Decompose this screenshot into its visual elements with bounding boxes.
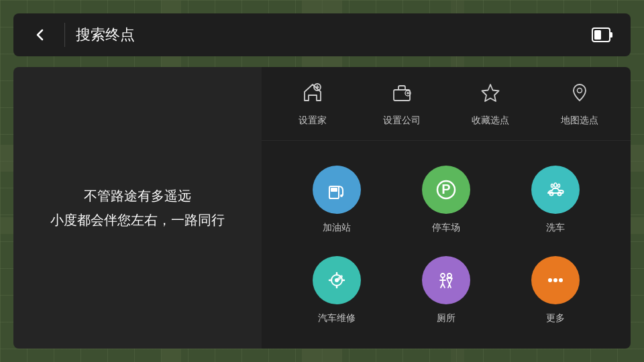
svg-point-23: [558, 184, 560, 187]
shortcut-set-home[interactable]: 设置家: [268, 80, 358, 127]
parking-circle: P: [422, 166, 470, 214]
poi-gas-station[interactable]: 加油站: [282, 154, 391, 245]
poi-grid: 加油站 P 停车场: [262, 141, 631, 349]
poi-more-label: 更多: [546, 312, 565, 324]
svg-rect-2: [594, 30, 601, 40]
svg-point-21: [554, 183, 557, 187]
right-panel: 设置家 设置公司: [262, 67, 631, 349]
battery-icon: [588, 20, 617, 50]
poi-car-wash[interactable]: 洗车: [501, 154, 610, 245]
poi-gas-station-label: 加油站: [323, 222, 351, 234]
main-panel: 不管路途有多遥远 小度都会伴您左右，一路同行 设置家: [13, 67, 631, 349]
shortcut-map-pick[interactable]: 地图选点: [535, 80, 625, 127]
more-circle: [531, 256, 580, 304]
shortcut-map-pick-label: 地图选点: [561, 115, 598, 127]
svg-point-40: [559, 278, 563, 282]
car-repair-circle: [313, 256, 361, 304]
poi-car-repair[interactable]: 汽车维修: [282, 245, 391, 335]
svg-line-34: [443, 284, 445, 288]
shortcut-favorites-label: 收藏选点: [472, 115, 509, 127]
poi-restroom-label: 厕所: [437, 312, 455, 324]
svg-rect-13: [331, 188, 337, 192]
svg-point-39: [553, 278, 557, 282]
restroom-circle: [422, 256, 470, 304]
poi-more[interactable]: 更多: [501, 245, 610, 335]
svg-point-15: [340, 194, 343, 197]
promo-line1: 不管路途有多遥远: [50, 184, 225, 208]
poi-parking-label: 停车场: [432, 222, 460, 234]
home-icon: [301, 80, 325, 108]
svg-marker-10: [482, 84, 499, 101]
promo-text: 不管路途有多遥远 小度都会伴您左右，一路同行: [50, 184, 225, 232]
location-icon: [568, 80, 592, 108]
poi-restroom[interactable]: 厕所: [391, 245, 500, 335]
svg-point-38: [548, 278, 552, 282]
svg-rect-1: [610, 32, 612, 38]
search-bar: 搜索终点: [13, 13, 631, 56]
back-button[interactable]: [27, 21, 54, 48]
shortcut-home-label: 设置家: [299, 115, 327, 127]
left-panel: 不管路途有多遥远 小度都会伴您左右，一路同行: [13, 67, 262, 349]
poi-car-repair-label: 汽车维修: [318, 312, 356, 324]
poi-parking[interactable]: P 停车场: [391, 154, 500, 245]
shortcut-company-label: 设置公司: [383, 115, 421, 127]
car-wash-circle: [531, 166, 580, 214]
svg-line-37: [449, 284, 451, 288]
search-title: 搜索终点: [76, 25, 588, 45]
svg-point-22: [551, 184, 553, 187]
svg-point-35: [447, 274, 451, 278]
briefcase-icon: [390, 80, 414, 108]
search-divider: [64, 23, 65, 47]
star-icon: [478, 80, 502, 108]
svg-point-11: [577, 88, 582, 93]
shortcuts-row: 设置家 设置公司: [262, 67, 631, 141]
svg-text:P: P: [441, 182, 450, 196]
gas-station-circle: [313, 166, 361, 214]
svg-rect-6: [394, 90, 410, 101]
shortcut-set-company[interactable]: 设置公司: [358, 80, 447, 127]
shortcut-favorites[interactable]: 收藏选点: [446, 80, 535, 127]
promo-line2: 小度都会伴您左右，一路同行: [50, 208, 225, 232]
poi-car-wash-label: 洗车: [546, 222, 565, 234]
